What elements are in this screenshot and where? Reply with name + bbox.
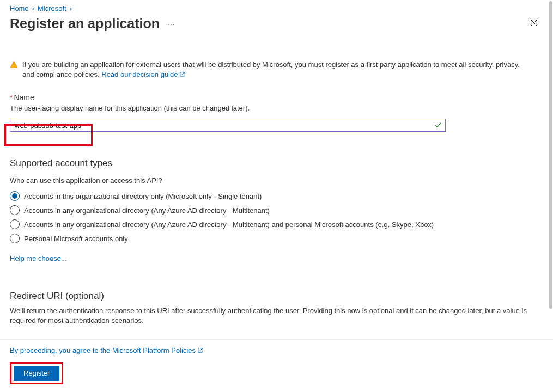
account-types-help: Who can use this application or access t… (10, 176, 543, 185)
page-title: Register an application (10, 16, 160, 32)
footer: By proceeding, you agree to the Microsof… (0, 339, 553, 392)
decision-guide-link[interactable]: Read our decision guide (101, 70, 185, 78)
chevron-right-icon: › (70, 4, 72, 13)
radio-icon (10, 191, 20, 201)
name-description: The user-facing display name for this ap… (10, 104, 543, 112)
radio-icon (10, 219, 20, 229)
info-banner: If you are building an application for e… (10, 60, 543, 79)
breadcrumb: Home › Microsoft › (10, 4, 543, 13)
radio-single-tenant[interactable]: Accounts in this organizational director… (10, 191, 543, 201)
highlight-register: Register (10, 362, 63, 384)
radio-label: Accounts in any organizational directory… (24, 206, 270, 215)
platform-policies-link[interactable]: Microsoft Platform Policies (112, 346, 203, 354)
svg-rect-0 (14, 63, 14, 66)
required-indicator: * (10, 93, 13, 102)
name-input[interactable] (10, 119, 446, 132)
info-text: If you are building an application for e… (22, 60, 520, 78)
breadcrumb-home[interactable]: Home (10, 4, 29, 13)
account-types-title: Supported account types (10, 158, 543, 169)
close-button[interactable] (528, 17, 540, 31)
radio-icon (10, 234, 20, 243)
svg-rect-1 (14, 66, 14, 66)
external-link-icon (179, 71, 185, 77)
redirect-uri-title: Redirect URI (optional) (10, 291, 543, 302)
help-me-choose-link[interactable]: Help me choose... (10, 254, 67, 262)
external-link-icon (197, 347, 203, 353)
account-types-radio-group: Accounts in this organizational director… (10, 191, 543, 243)
radio-multitenant[interactable]: Accounts in any organizational directory… (10, 205, 543, 215)
radio-label: Accounts in this organizational director… (24, 192, 262, 200)
redirect-uri-description: We'll return the authentication response… (10, 306, 538, 326)
name-label: *Name (10, 93, 543, 102)
radio-label: Personal Microsoft accounts only (24, 235, 128, 243)
radio-icon (10, 205, 20, 215)
more-icon[interactable]: ··· (167, 20, 175, 28)
close-icon (530, 19, 538, 27)
breadcrumb-microsoft[interactable]: Microsoft (38, 4, 66, 13)
scrollbar[interactable] (549, 1, 552, 309)
warning-icon (10, 60, 18, 69)
radio-label: Accounts in any organizational directory… (24, 220, 434, 229)
radio-multitenant-personal[interactable]: Accounts in any organizational directory… (10, 219, 543, 229)
radio-personal-only[interactable]: Personal Microsoft accounts only (10, 234, 543, 243)
chevron-right-icon: › (32, 4, 34, 13)
register-button[interactable]: Register (14, 366, 59, 381)
agree-text: By proceeding, you agree to the (10, 346, 112, 354)
